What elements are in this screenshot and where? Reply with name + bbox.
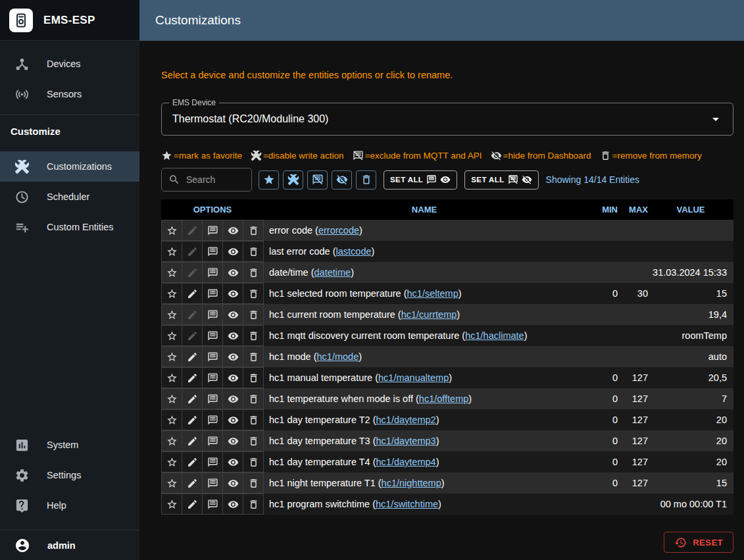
table-row[interactable]: last error code (lastcode) xyxy=(161,241,733,262)
entity-shortname-link[interactable]: hc1/manualtemp xyxy=(378,372,449,383)
exclude-mqtt-toggle[interactable] xyxy=(202,451,223,472)
filter-hide-dashboard-button[interactable] xyxy=(332,170,352,190)
entity-name[interactable]: error code (errorcode) xyxy=(264,225,585,236)
entity-shortname-link[interactable]: hc1/switchtime xyxy=(376,499,438,509)
sidebar-item-settings[interactable]: Settings xyxy=(0,460,139,490)
table-row[interactable]: hc1 mode (hc1/mode) auto xyxy=(161,346,733,367)
favorite-toggle[interactable] xyxy=(161,388,182,409)
table-row[interactable]: hc1 program switchtime (hc1/switchtime) … xyxy=(161,494,733,515)
sidebar-item-devices[interactable]: Devices xyxy=(0,49,139,79)
visibility-toggle[interactable] xyxy=(222,388,243,409)
entity-name[interactable]: hc1 day temperature T3 (hc1/daytemp3) xyxy=(264,436,585,446)
table-row[interactable]: hc1 mqtt discovery current room temperat… xyxy=(161,325,733,346)
exclude-mqtt-toggle[interactable] xyxy=(202,388,223,409)
visibility-toggle[interactable] xyxy=(222,409,243,430)
entity-shortname-link[interactable]: hc1/daytemp2 xyxy=(376,415,436,425)
edit-toggle[interactable] xyxy=(182,409,203,430)
entity-shortname-link[interactable]: hc1/currtemp xyxy=(401,309,457,320)
favorite-toggle[interactable] xyxy=(161,220,182,241)
visibility-toggle[interactable] xyxy=(222,472,243,494)
delete-toggle[interactable] xyxy=(243,220,264,241)
entity-name[interactable]: hc1 selected room temperature (hc1/selte… xyxy=(264,288,585,299)
delete-toggle[interactable] xyxy=(243,451,264,472)
filter-remove-memory-button[interactable] xyxy=(356,170,376,190)
exclude-mqtt-toggle[interactable] xyxy=(202,472,223,494)
exclude-mqtt-toggle[interactable] xyxy=(202,304,223,325)
table-row[interactable]: date/time (datetime) 31.03.2024 15:33 xyxy=(161,262,733,283)
entity-shortname-link[interactable]: hc1/nighttemp xyxy=(382,478,441,488)
visibility-toggle[interactable] xyxy=(222,304,243,325)
entity-name[interactable]: hc1 temperature when mode is off (hc1/of… xyxy=(264,394,585,404)
delete-toggle[interactable] xyxy=(243,430,264,451)
entity-name[interactable]: hc1 program switchtime (hc1/switchtime) xyxy=(264,499,585,509)
entity-name[interactable]: hc1 night temperature T1 (hc1/nighttemp) xyxy=(264,478,585,488)
visibility-toggle[interactable] xyxy=(222,430,243,451)
favorite-toggle[interactable] xyxy=(161,451,182,472)
entity-shortname-link[interactable]: lastcode xyxy=(336,246,372,257)
delete-toggle[interactable] xyxy=(243,304,264,325)
visibility-toggle[interactable] xyxy=(222,451,243,472)
entity-shortname-link[interactable]: hc1/seltemp xyxy=(407,288,459,299)
entity-shortname-link[interactable]: hc1/haclimate xyxy=(465,330,524,341)
favorite-toggle[interactable] xyxy=(161,472,182,494)
visibility-toggle[interactable] xyxy=(222,262,243,283)
edit-toggle[interactable] xyxy=(182,472,203,494)
edit-toggle[interactable] xyxy=(182,430,203,451)
exclude-mqtt-toggle[interactable] xyxy=(202,220,223,241)
visibility-toggle[interactable] xyxy=(222,325,243,346)
delete-toggle[interactable] xyxy=(243,262,264,283)
table-row[interactable]: hc1 day temperature T4 (hc1/daytemp4) 0 … xyxy=(161,451,733,472)
filter-favorite-button[interactable] xyxy=(259,170,279,190)
entity-shortname-link[interactable]: hc1/daytemp3 xyxy=(376,436,436,446)
table-row[interactable]: hc1 selected room temperature (hc1/selte… xyxy=(161,283,733,304)
filter-disable-write-button[interactable] xyxy=(283,170,303,190)
delete-toggle[interactable] xyxy=(243,241,264,262)
delete-toggle[interactable] xyxy=(243,472,264,494)
edit-toggle[interactable] xyxy=(182,304,203,325)
visibility-toggle[interactable] xyxy=(222,220,243,241)
favorite-toggle[interactable] xyxy=(161,283,182,304)
entity-name[interactable]: hc1 current room temperature (hc1/currte… xyxy=(264,309,585,320)
edit-toggle[interactable] xyxy=(182,451,203,472)
favorite-toggle[interactable] xyxy=(161,325,182,346)
visibility-toggle[interactable] xyxy=(222,283,243,304)
entity-shortname-link[interactable]: hc1/mode xyxy=(317,351,359,362)
entity-name[interactable]: date/time (datetime) xyxy=(264,267,585,278)
visibility-toggle[interactable] xyxy=(222,494,243,515)
favorite-toggle[interactable] xyxy=(161,367,182,388)
ems-device-select[interactable]: EMS Device Thermostat (RC20/Moduline 300… xyxy=(161,103,733,136)
reset-button[interactable]: RESET xyxy=(664,532,733,553)
entity-name[interactable]: hc1 manual temperature (hc1/manualtemp) xyxy=(264,372,585,383)
edit-toggle[interactable] xyxy=(182,241,203,262)
exclude-mqtt-toggle[interactable] xyxy=(202,325,223,346)
sidebar-item-custom-entities[interactable]: Custom Entities xyxy=(0,212,139,242)
sidebar-item-scheduler[interactable]: Scheduler xyxy=(0,182,139,212)
table-row[interactable]: hc1 day temperature T2 (hc1/daytemp2) 0 … xyxy=(161,409,733,430)
edit-toggle[interactable] xyxy=(182,283,203,304)
edit-toggle[interactable] xyxy=(182,325,203,346)
exclude-mqtt-toggle[interactable] xyxy=(202,494,223,515)
sidebar-item-customizations[interactable]: Customizations xyxy=(0,151,139,182)
set-all-off-button[interactable]: SET ALL xyxy=(464,170,538,190)
entity-name[interactable]: hc1 mode (hc1/mode) xyxy=(264,351,585,362)
table-row[interactable]: hc1 current room temperature (hc1/currte… xyxy=(161,304,733,325)
user-menu[interactable]: admin xyxy=(0,530,139,560)
favorite-toggle[interactable] xyxy=(161,304,182,325)
set-all-on-button[interactable]: SET ALL xyxy=(384,170,457,190)
visibility-toggle[interactable] xyxy=(222,346,243,367)
search-input[interactable] xyxy=(186,174,245,185)
delete-toggle[interactable] xyxy=(243,367,264,388)
sidebar-item-help[interactable]: Help xyxy=(0,490,139,521)
search-box[interactable] xyxy=(161,168,252,191)
entity-name[interactable]: hc1 day temperature T2 (hc1/daytemp2) xyxy=(264,415,585,425)
delete-toggle[interactable] xyxy=(243,388,264,409)
sidebar-item-system[interactable]: System xyxy=(0,430,139,460)
table-row[interactable]: hc1 manual temperature (hc1/manualtemp) … xyxy=(161,367,733,388)
visibility-toggle[interactable] xyxy=(222,367,243,388)
entity-name[interactable]: hc1 day temperature T4 (hc1/daytemp4) xyxy=(264,457,585,467)
edit-toggle[interactable] xyxy=(182,367,203,388)
visibility-toggle[interactable] xyxy=(222,241,243,262)
entity-shortname-link[interactable]: hc1/daytemp4 xyxy=(376,457,436,467)
edit-toggle[interactable] xyxy=(182,220,203,241)
favorite-toggle[interactable] xyxy=(161,346,182,367)
